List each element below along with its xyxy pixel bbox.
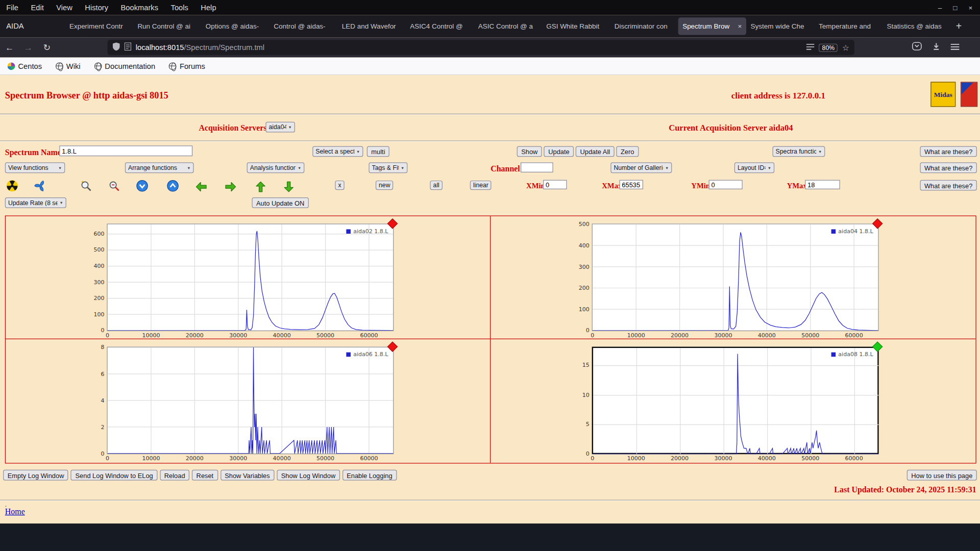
- arrange-functions-select[interactable]: Arrange functions: [125, 162, 194, 173]
- zero-button[interactable]: Zero: [616, 146, 639, 157]
- new-tab-button[interactable]: +: [950, 20, 967, 32]
- all-button[interactable]: all: [430, 181, 443, 190]
- update-rate-select[interactable]: Update Rate (8 secs): [5, 197, 66, 208]
- bookmark-documentation[interactable]: Documentation: [94, 62, 156, 70]
- radiation-icon[interactable]: [6, 180, 18, 192]
- zoom-indicator[interactable]: 80%: [819, 43, 838, 52]
- plot-area[interactable]: [107, 347, 394, 455]
- plot-area[interactable]: [592, 223, 879, 331]
- menu-icon[interactable]: [950, 42, 959, 53]
- spectra-functions-select[interactable]: Spectra functions: [772, 146, 825, 157]
- ymin-input[interactable]: [709, 180, 743, 189]
- tags-fits-select[interactable]: Tags & Fits: [369, 162, 407, 173]
- tab-7[interactable]: ASIC Control @ a: [474, 17, 542, 35]
- footer-button[interactable]: Empty Log Window: [3, 470, 68, 481]
- zoom-in-magnifier-icon[interactable]: [80, 180, 92, 192]
- spectrum-name-input[interactable]: [59, 145, 192, 156]
- new-button[interactable]: new: [376, 181, 394, 190]
- back-button[interactable]: ←: [0, 42, 19, 53]
- tab-6[interactable]: ASIC4 Control @: [406, 17, 474, 35]
- close-button[interactable]: ×: [968, 4, 972, 11]
- zoom-out-magnifier-icon[interactable]: [108, 180, 120, 192]
- url-text[interactable]: localhost:8015/Spectrum/Spectrum.tml: [136, 43, 802, 52]
- footer-button[interactable]: Send Log Window to ELog: [71, 470, 157, 481]
- linear-button[interactable]: linear: [470, 181, 492, 190]
- tab-3[interactable]: Options @ aidas-: [201, 17, 269, 35]
- menu-history[interactable]: History: [79, 3, 114, 12]
- tab-9[interactable]: Discriminator con: [610, 17, 678, 35]
- what-are-these-button-1[interactable]: What are these?: [920, 146, 976, 157]
- footer-button[interactable]: Show Variables: [220, 470, 275, 481]
- acquisition-servers-label: Acquisition Servers: [199, 123, 266, 133]
- view-functions-select[interactable]: View functions: [5, 162, 65, 173]
- pan-down-icon[interactable]: [282, 181, 295, 193]
- analysis-functions-value: Analysis functions: [250, 164, 296, 171]
- menu-file[interactable]: File: [0, 3, 24, 12]
- xmin-input[interactable]: [543, 180, 567, 189]
- x-button[interactable]: x: [335, 181, 344, 190]
- y-tick-label: 500: [571, 221, 590, 227]
- menu-help[interactable]: Help: [194, 3, 223, 12]
- multi-button[interactable]: multi: [367, 146, 389, 157]
- footer-button[interactable]: Reload: [160, 470, 189, 481]
- reload-button[interactable]: ↻: [37, 42, 56, 53]
- tab-close-icon[interactable]: ×: [738, 22, 742, 30]
- bookmark-wiki[interactable]: Wiki: [56, 62, 81, 70]
- tab-2[interactable]: Run Control @ ai: [133, 17, 201, 35]
- home-link[interactable]: Home: [5, 507, 25, 517]
- forward-button[interactable]: →: [19, 42, 38, 53]
- update-all-button[interactable]: Update All: [576, 146, 615, 157]
- menu-bookmarks[interactable]: Bookmarks: [114, 3, 164, 12]
- reader-view-icon[interactable]: [806, 43, 815, 52]
- downloads-icon[interactable]: [932, 42, 941, 53]
- menu-edit[interactable]: Edit: [24, 3, 50, 12]
- spectrum-chart-cell-2: aida04 1.8.L 010020030040050001000020000…: [491, 216, 975, 339]
- tab-8[interactable]: GSI White Rabbit: [542, 17, 610, 35]
- footer-button[interactable]: Show Log Window: [277, 470, 340, 481]
- tab-4[interactable]: Control @ aidas-: [270, 17, 337, 35]
- select-spectrum-select[interactable]: Select a spectrum: [312, 146, 363, 157]
- pan-right-icon[interactable]: [225, 181, 237, 193]
- show-button[interactable]: Show: [517, 146, 542, 157]
- tab-12[interactable]: Temperature and: [815, 17, 883, 35]
- bookmark-centos[interactable]: Centos: [8, 62, 42, 70]
- ymax-input[interactable]: [805, 180, 840, 189]
- select-spectrum-value: Select a spectrum: [315, 148, 354, 155]
- channel-input[interactable]: [521, 162, 553, 172]
- menu-bar: FileEditViewHistoryBookmarksToolsHelp –□…: [0, 0, 980, 15]
- y-tick-label: 500: [86, 247, 105, 253]
- what-are-these-button-2[interactable]: What are these?: [920, 162, 976, 173]
- update-button[interactable]: Update: [544, 146, 574, 157]
- layout-id-select[interactable]: Layout ID=4: [734, 162, 774, 173]
- maximize-button[interactable]: □: [953, 4, 957, 11]
- plot-area[interactable]: [592, 347, 879, 455]
- analysis-functions-select[interactable]: Analysis functions: [247, 162, 305, 173]
- footer-button[interactable]: Reset: [192, 470, 218, 481]
- menu-view[interactable]: View: [50, 3, 79, 12]
- pan-up-icon[interactable]: [254, 181, 266, 193]
- acquisition-server-select[interactable]: aida04: [265, 122, 295, 133]
- xmax-input[interactable]: [619, 180, 643, 189]
- minimize-button[interactable]: –: [938, 4, 942, 11]
- pocket-icon[interactable]: [912, 41, 922, 54]
- how-to-use-button[interactable]: How to use this page: [907, 470, 977, 481]
- plot-area[interactable]: [107, 223, 394, 331]
- bookmark-forums[interactable]: Forums: [169, 62, 205, 70]
- blue-down-arrow-icon[interactable]: [136, 180, 149, 192]
- blue-up-arrow-icon[interactable]: [167, 180, 179, 192]
- number-of-galleries-select[interactable]: Number of Galleries: [610, 162, 672, 173]
- url-bar[interactable]: localhost:8015/Spectrum/Spectrum.tml 80%…: [108, 40, 854, 55]
- tab-1[interactable]: Experiment Contr: [65, 17, 133, 35]
- tab-13[interactable]: Statistics @ aidas: [883, 17, 950, 35]
- divider: [0, 141, 980, 142]
- auto-update-button[interactable]: Auto Update ON: [252, 197, 308, 208]
- tab-10[interactable]: Spectrum Brow×: [678, 17, 746, 35]
- footer-button[interactable]: Enable Logging: [342, 470, 397, 481]
- tab-11[interactable]: System wide Che: [746, 17, 814, 35]
- menu-tools[interactable]: Tools: [164, 3, 194, 12]
- pan-left-icon[interactable]: [195, 181, 207, 193]
- bookmark-star-icon[interactable]: ☆: [842, 43, 849, 52]
- tab-5[interactable]: LED and Wavefor: [337, 17, 405, 35]
- what-are-these-button-3[interactable]: What are these?: [920, 180, 976, 191]
- fan-icon[interactable]: [34, 180, 46, 192]
